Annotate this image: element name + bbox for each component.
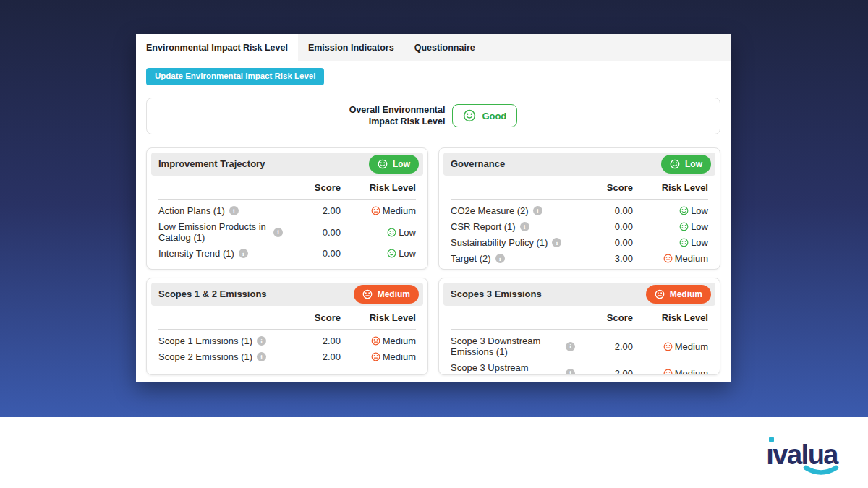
- metric-risk-level: Low: [341, 248, 416, 259]
- tab-emission-indicators[interactable]: Emission Indicators: [298, 34, 404, 61]
- metric-score: 2.00: [575, 368, 633, 375]
- metric-row: Action Plans (1) i 2.00 Medium: [151, 203, 423, 219]
- metric-row: Low Emission Products in Catalog (1) i 0…: [151, 219, 423, 246]
- tab-bar: Environmental Impact Risk LevelEmission …: [136, 34, 731, 61]
- neutral-face-icon: [371, 352, 380, 361]
- metric-label-text: Scope 1 Emissions (1): [158, 335, 252, 346]
- metric-row: Intensity Trend (1) i 0.00 Low: [151, 246, 423, 262]
- metric-label-text: CO2e Measure (2): [451, 205, 529, 216]
- card-improvement-trajectory: Improvement Trajectory Low Score Risk Le…: [146, 147, 428, 270]
- overall-risk-label: Overall Environmental Impact Risk Level: [349, 104, 446, 127]
- smiley-icon: [387, 228, 396, 237]
- metric-rows: Scope 3 Downstream Emissions (1) i 2.00 …: [443, 333, 715, 375]
- metric-risk-label: Medium: [383, 205, 416, 216]
- neutral-face-icon: [663, 342, 673, 351]
- tab-environmental-impact-risk-level[interactable]: Environmental Impact Risk Level: [136, 34, 298, 61]
- info-icon[interactable]: i: [566, 342, 575, 351]
- metric-risk-label: Low: [399, 248, 416, 259]
- column-header-risk-level: Risk Level: [341, 182, 416, 193]
- overall-risk-badge: Good: [452, 104, 517, 127]
- risk-level-badge-label: Medium: [378, 289, 410, 299]
- metric-label: Scope 3 Downstream Emissions (1) i: [451, 335, 575, 357]
- card-header: Governance Low: [443, 153, 715, 176]
- metric-label: Target (2) i: [451, 253, 575, 264]
- metric-risk-level: Low: [633, 237, 708, 248]
- metric-risk-label: Medium: [383, 351, 416, 362]
- metric-risk-level: Low: [341, 227, 416, 238]
- info-icon[interactable]: i: [520, 222, 529, 231]
- metric-row: Target (2) i 3.00 Medium: [443, 251, 715, 267]
- card-scopes-3-emissions: Scopes 3 Emissions Medium Score Risk Lev…: [438, 278, 720, 375]
- card-title: Improvement Trajectory: [158, 158, 265, 169]
- metric-risk-label: Medium: [675, 253, 708, 264]
- risk-cards-grid: Improvement Trajectory Low Score Risk Le…: [146, 147, 720, 375]
- info-icon[interactable]: i: [495, 254, 505, 263]
- card-header: Scopes 3 Emissions Medium: [443, 283, 715, 306]
- divider: [451, 199, 708, 200]
- metric-score: 0.00: [575, 205, 633, 216]
- column-header-score: Score: [283, 312, 341, 323]
- smiley-icon: [679, 206, 689, 215]
- metric-row: Scope 3 Downstream Emissions (1) i 2.00 …: [443, 333, 715, 360]
- overall-risk-badge-label: Good: [482, 111, 506, 121]
- neutral-face-icon: [362, 289, 373, 299]
- info-icon[interactable]: i: [257, 336, 266, 346]
- info-icon[interactable]: i: [552, 238, 561, 247]
- divider: [158, 199, 416, 200]
- metric-risk-label: Medium: [383, 335, 416, 346]
- card-title: Governance: [451, 158, 505, 169]
- ivalua-logo: ıvalua: [766, 437, 838, 468]
- smiley-icon: [387, 249, 396, 258]
- column-header-score: Score: [575, 312, 633, 323]
- column-header-score: Score: [283, 182, 341, 193]
- smiley-icon: [679, 222, 689, 231]
- metric-label-text: Intensity Trend (1): [158, 248, 234, 259]
- metric-label: Intensity Trend (1) i: [158, 248, 283, 259]
- metric-score: 0.00: [283, 227, 341, 238]
- metric-label-text: Scope 3 Upstream Emissions (1): [451, 362, 561, 375]
- metric-risk-label: Low: [691, 221, 708, 232]
- info-icon[interactable]: i: [239, 249, 248, 258]
- column-headers: Score Risk Level: [443, 176, 715, 197]
- metric-risk-level: Medium: [633, 341, 708, 352]
- info-icon[interactable]: i: [566, 369, 575, 375]
- metric-row: Sustainability Policy (1) i 0.00 Low: [443, 235, 715, 251]
- overall-risk-inner: Overall Environmental Impact Risk Level …: [349, 104, 518, 127]
- metric-risk-level: Medium: [341, 205, 416, 216]
- info-icon[interactable]: i: [533, 206, 542, 215]
- column-header-risk-level: Risk Level: [341, 312, 416, 323]
- metric-risk-level: Medium: [341, 351, 416, 362]
- metric-label-text: Action Plans (1): [158, 205, 225, 216]
- metric-label: Sustainability Policy (1) i: [451, 237, 575, 248]
- card-governance: Governance Low Score Risk Level CO2e Mea…: [438, 147, 720, 270]
- info-icon[interactable]: i: [273, 228, 283, 237]
- info-icon[interactable]: i: [229, 206, 239, 215]
- metric-label: Scope 3 Upstream Emissions (1) i: [451, 362, 575, 375]
- metric-label: Low Emission Products in Catalog (1) i: [158, 221, 283, 243]
- info-icon[interactable]: i: [257, 352, 266, 361]
- metric-label: CO2e Measure (2) i: [451, 205, 575, 216]
- smiley-icon: [463, 109, 476, 122]
- metric-row: Scope 2 Emissions (1) i 2.00 Medium: [151, 349, 423, 365]
- metric-rows: Scope 1 Emissions (1) i 2.00 Medium Scop…: [151, 333, 423, 365]
- metric-label-text: Low Emission Products in Catalog (1): [158, 221, 269, 243]
- metric-score: 2.00: [283, 351, 341, 362]
- column-headers: Score Risk Level: [443, 306, 715, 327]
- metric-risk-level: Low: [633, 221, 708, 232]
- neutral-face-icon: [371, 336, 380, 346]
- app-window: Environmental Impact Risk LevelEmission …: [136, 34, 731, 382]
- smiley-icon: [679, 238, 689, 247]
- update-risk-level-button[interactable]: Update Environmental Impact Risk Level: [146, 68, 324, 85]
- card-scopes-1-2-emissions: Scopes 1 & 2 Emissions Medium Score Risk…: [146, 278, 428, 375]
- metric-score: 3.00: [575, 253, 633, 264]
- metric-row: Scope 3 Upstream Emissions (1) i 2.00 Me…: [443, 360, 715, 375]
- metric-label-text: Scope 2 Emissions (1): [158, 351, 252, 362]
- column-header-risk-level: Risk Level: [633, 182, 708, 193]
- neutral-face-icon: [663, 369, 673, 375]
- risk-level-badge: Medium: [646, 285, 711, 304]
- tab-questionnaire[interactable]: Questionnaire: [404, 34, 485, 61]
- metric-label-text: Target (2): [451, 253, 491, 264]
- metric-label: Scope 1 Emissions (1) i: [158, 335, 283, 346]
- smiley-icon: [378, 159, 388, 169]
- neutral-face-icon: [371, 206, 380, 215]
